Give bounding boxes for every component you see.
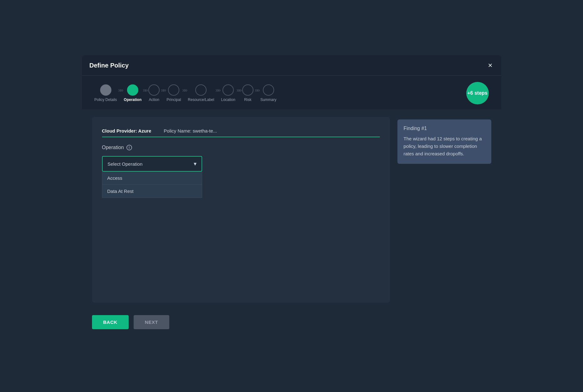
step-risk[interactable]: Risk: [242, 84, 253, 102]
back-button[interactable]: BACK: [92, 315, 129, 329]
arrows-4: »»: [182, 87, 187, 100]
step-label-risk: Risk: [244, 98, 251, 102]
step-label-summary: Summary: [260, 98, 276, 102]
step-circle-policy-details: [100, 84, 111, 96]
modal: Define Policy × Policy Details »» Operat…: [82, 55, 501, 337]
steps-group: Policy Details »» Operation »» Action »»…: [95, 84, 277, 102]
step-label-operation: Operation: [124, 98, 142, 102]
arrows-7: »»: [255, 87, 259, 100]
operation-dropdown-trigger[interactable]: Select Operation ▾: [102, 156, 202, 172]
dropdown-placeholder: Select Operation: [108, 161, 143, 167]
dropdown-option-access[interactable]: Access: [102, 172, 202, 185]
step-label-policy-details: Policy Details: [95, 98, 117, 102]
arrows-6: »»: [237, 87, 241, 100]
step-circle-location: [222, 84, 234, 96]
step-policy-details[interactable]: Policy Details: [95, 84, 117, 102]
dropdown-arrow-icon: ▾: [194, 160, 197, 167]
tab-cloud-provider[interactable]: Cloud Provider: Azure: [102, 126, 156, 137]
modal-body: Cloud Provider: Azure Policy Name: sweth…: [82, 109, 501, 310]
step-label-location: Location: [221, 98, 235, 102]
step-circle-operation: [127, 84, 138, 96]
step-circle-risk: [242, 84, 253, 96]
next-button[interactable]: NEXT: [134, 315, 169, 329]
step-summary[interactable]: Summary: [260, 84, 276, 102]
extra-steps-badge[interactable]: +6 steps: [466, 82, 489, 104]
close-button[interactable]: ×: [487, 60, 494, 70]
arrows-3: »»: [161, 87, 165, 100]
step-action[interactable]: Action: [148, 84, 160, 102]
stepper: Policy Details »» Operation »» Action »»…: [82, 76, 501, 109]
modal-title: Define Policy: [89, 62, 129, 69]
step-operation[interactable]: Operation: [124, 84, 142, 102]
step-principal[interactable]: Principal: [166, 84, 181, 102]
step-label-action: Action: [149, 98, 159, 102]
content-card: Cloud Provider: Azure Policy Name: sweth…: [92, 117, 390, 303]
operation-label-row: Operation i: [102, 145, 380, 150]
operation-label-text: Operation: [102, 145, 124, 150]
finding-body: The wizard had 12 steps to creating a po…: [404, 135, 485, 158]
step-circle-resource-label: [195, 84, 207, 96]
step-circle-action: [148, 84, 160, 96]
step-circle-summary: [263, 84, 274, 96]
step-circle-principal: [168, 84, 179, 96]
dropdown-option-data-at-rest[interactable]: Data At Rest: [102, 185, 202, 198]
step-label-principal: Principal: [166, 98, 181, 102]
operation-info-icon[interactable]: i: [126, 145, 132, 150]
tab-policy-name[interactable]: Policy Name: swetha-te...: [164, 126, 222, 137]
operation-dropdown-container: Select Operation ▾ Access Data At Rest: [102, 156, 202, 172]
step-label-resource-label: Resource/Label: [188, 98, 214, 102]
modal-footer: BACK NEXT: [82, 310, 501, 337]
finding-panel: Finding #1 The wizard had 12 steps to cr…: [397, 119, 491, 164]
modal-header: Define Policy ×: [82, 55, 501, 76]
arrows-1: »»: [118, 87, 123, 100]
svg-point-0: [104, 88, 108, 92]
finding-title: Finding #1: [404, 126, 485, 131]
arrows-2: »»: [143, 87, 147, 100]
arrows-5: »»: [215, 87, 220, 100]
step-location[interactable]: Location: [221, 84, 235, 102]
step-resource-label[interactable]: Resource/Label: [188, 84, 214, 102]
tab-row: Cloud Provider: Azure Policy Name: sweth…: [102, 126, 380, 137]
operation-dropdown-menu: Access Data At Rest: [102, 172, 202, 198]
